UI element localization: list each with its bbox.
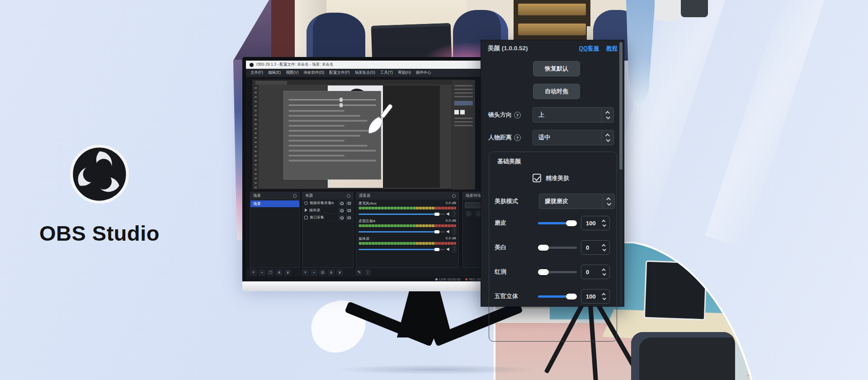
chevron-up-icon[interactable]	[602, 268, 605, 272]
gear-icon[interactable]	[293, 194, 297, 198]
chevron-down-icon[interactable]	[602, 272, 606, 276]
menu-view[interactable]: 视图(V)	[286, 70, 298, 76]
menu-scene-collection[interactable]: 场景集合(S)	[355, 70, 375, 76]
add-source-button[interactable]: +	[302, 269, 309, 276]
restore-defaults-button[interactable]: 恢复默认	[533, 61, 580, 76]
studio-chair	[631, 332, 735, 380]
tutorial-link[interactable]: 教程	[606, 45, 618, 52]
slider-handle[interactable]	[566, 294, 577, 299]
studio-speaker	[764, 280, 795, 301]
chevron-up-icon[interactable]	[602, 244, 605, 247]
chevron-up-icon	[606, 197, 610, 202]
remove-source-button[interactable]: −	[311, 269, 317, 276]
select-spinner[interactable]	[601, 130, 613, 145]
eye-icon[interactable]	[339, 201, 344, 205]
remove-scene-button[interactable]: −	[259, 269, 265, 276]
dock-transitions-title: 场景转场	[466, 193, 481, 199]
menu-profile[interactable]: 配置文件(P)	[329, 70, 349, 76]
slider-handle[interactable]	[538, 245, 549, 251]
slider-handle[interactable]	[538, 269, 549, 275]
channel-menu-button[interactable]: ⋮	[452, 228, 456, 235]
volume-slider[interactable]	[359, 249, 445, 250]
move-scene-up-button[interactable]: ∧	[276, 269, 283, 276]
promo-canvas: OBS Studio OBS 29.1.3 - 配置文件: 未命名 - 场景: …	[0, 0, 868, 380]
mixer-menu-button[interactable]: ⋮	[364, 269, 371, 276]
face-3d-slider[interactable]	[538, 295, 577, 298]
menu-docks[interactable]: 停靠部件(D)	[304, 70, 325, 76]
volume-slider[interactable]	[359, 214, 445, 215]
move-scene-down-button[interactable]: ∨	[284, 269, 291, 276]
source-row[interactable]: 窗口采集	[302, 214, 353, 221]
speaker-icon[interactable]	[447, 247, 450, 251]
chevron-up-icon[interactable]	[602, 219, 605, 223]
select-spinner[interactable]	[601, 108, 613, 122]
smoothing-value: 100	[581, 220, 600, 227]
move-source-down-button[interactable]: ∨	[336, 269, 343, 276]
basic-beauty-section: 基础美颜 精准美肤 美肤模式 朦胧磨皮 磨皮 100	[489, 152, 617, 342]
face-3d-value-box[interactable]: 100	[581, 289, 610, 304]
chevron-up-icon	[605, 111, 609, 115]
scene-item-selected[interactable]: 场景	[250, 200, 299, 207]
camera-direction-select[interactable]: 上	[533, 107, 614, 123]
subject-distance-label: 人物距离	[488, 133, 512, 142]
mixer-pen-button[interactable]: ✎	[356, 269, 363, 276]
gear-icon[interactable]	[347, 194, 350, 198]
select-spinner[interactable]	[602, 194, 614, 209]
speaker-icon[interactable]	[447, 230, 450, 233]
add-transition-button[interactable]	[466, 211, 472, 217]
gear-icon[interactable]	[452, 194, 456, 198]
source-name: 窗口采集	[310, 215, 337, 220]
audio-meter	[359, 224, 456, 227]
whitening-slider-row: 美白 0	[489, 240, 617, 255]
move-source-up-button[interactable]: ∧	[328, 269, 335, 276]
menu-help[interactable]: 帮助(H)	[398, 70, 411, 76]
volume-slider[interactable]	[359, 231, 445, 233]
menu-edit[interactable]: 编辑(E)	[268, 70, 281, 76]
precise-skin-checkbox[interactable]	[533, 174, 541, 182]
help-icon[interactable]: ?	[514, 112, 521, 119]
paintbrush-graphic	[364, 100, 396, 139]
eye-icon[interactable]	[339, 215, 344, 220]
qq-support-link[interactable]: QQ客服	[579, 45, 599, 52]
whitening-slider[interactable]	[538, 247, 577, 249]
whitening-value-box[interactable]: 0	[581, 240, 610, 255]
duplicate-scene-button[interactable]: □	[267, 269, 274, 276]
chevron-down-icon[interactable]	[602, 223, 606, 227]
rosy-slider-row: 红润 0	[489, 264, 617, 280]
chevron-down-icon[interactable]	[602, 296, 606, 300]
channel-menu-button[interactable]: ⋮	[452, 211, 456, 217]
menu-plugin-center[interactable]: 插件中心	[416, 70, 431, 76]
photo-corner	[681, 0, 708, 17]
menu-tools[interactable]: 工具(T)	[380, 70, 393, 76]
panel-scrollbar-thumb[interactable]	[619, 42, 623, 170]
skin-mode-select[interactable]: 朦胧磨皮	[539, 194, 615, 209]
source-row[interactable]: 媒体源	[302, 207, 353, 214]
obs-titlebar[interactable]: OBS 29.1.3 - 配置文件: 未命名 - 场景: 未命名	[246, 61, 494, 69]
autofocus-button[interactable]: 自动对焦	[533, 84, 580, 99]
lock-icon[interactable]	[346, 201, 351, 205]
lock-icon[interactable]	[346, 208, 351, 213]
speaker-icon[interactable]	[447, 212, 450, 216]
smoothing-slider[interactable]	[538, 222, 577, 224]
subject-distance-row: 人物距离 ? 适中	[481, 130, 624, 145]
source-properties-button[interactable]: ⊙	[319, 269, 326, 276]
photo-corner	[655, 0, 681, 21]
slider-handle[interactable]	[566, 220, 577, 226]
whitening-label: 美白	[495, 243, 506, 252]
source-row[interactable]: 视频采集设备A	[302, 200, 353, 207]
add-scene-button[interactable]: +	[250, 269, 257, 276]
rosy-slider[interactable]	[538, 271, 577, 273]
channel-menu-button[interactable]: ⋮	[452, 246, 456, 252]
subject-distance-select[interactable]: 适中	[533, 130, 614, 145]
smoothing-slider-row: 磨皮 100	[489, 215, 617, 231]
gaming-chair	[307, 13, 365, 61]
help-icon[interactable]: ?	[514, 134, 521, 141]
smoothing-value-box[interactable]: 100	[581, 216, 610, 230]
menu-file[interactable]: 文件(F)	[250, 70, 263, 76]
obs-window-title: OBS 29.1.3 - 配置文件: 未命名 - 场景: 未命名	[256, 62, 334, 67]
eye-icon[interactable]	[339, 208, 344, 213]
chevron-up-icon[interactable]	[602, 293, 605, 296]
rosy-value-box[interactable]: 0	[581, 265, 610, 279]
lock-icon[interactable]	[346, 215, 351, 220]
chevron-down-icon[interactable]	[602, 247, 606, 251]
